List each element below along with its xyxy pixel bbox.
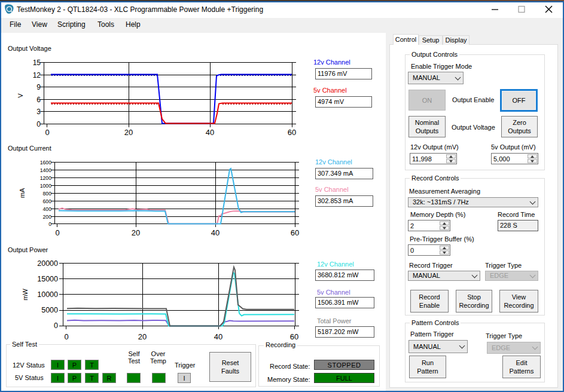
svg-text:Output Current: Output Current bbox=[8, 145, 51, 152]
svg-text:10000: 10000 bbox=[37, 290, 58, 299]
svg-text:60: 60 bbox=[290, 332, 298, 341]
svg-text:20: 20 bbox=[138, 332, 147, 341]
svg-text:0: 0 bbox=[45, 128, 49, 137]
svg-text:15: 15 bbox=[33, 59, 41, 67]
svg-text:mA: mA bbox=[19, 188, 26, 198]
svg-text:1600: 1600 bbox=[40, 160, 51, 166]
svg-text:200: 200 bbox=[43, 214, 52, 220]
svg-text:800: 800 bbox=[43, 191, 52, 197]
svg-text:12: 12 bbox=[33, 71, 41, 79]
svg-text:3: 3 bbox=[36, 108, 41, 116]
svg-text:V: V bbox=[17, 93, 24, 98]
svg-text:0: 0 bbox=[64, 332, 68, 341]
svg-text:6: 6 bbox=[36, 96, 41, 104]
svg-text:1000: 1000 bbox=[40, 183, 51, 189]
svg-text:400: 400 bbox=[43, 206, 52, 212]
svg-text:0: 0 bbox=[36, 120, 41, 128]
svg-text:1400: 1400 bbox=[40, 167, 51, 173]
svg-text:40: 40 bbox=[211, 228, 219, 237]
svg-text:5000: 5000 bbox=[41, 306, 58, 314]
svg-text:Output Power: Output Power bbox=[8, 246, 48, 253]
svg-text:600: 600 bbox=[43, 198, 52, 204]
svg-text:0: 0 bbox=[54, 321, 58, 330]
svg-text:20000: 20000 bbox=[37, 259, 58, 268]
svg-text:0: 0 bbox=[48, 221, 51, 227]
svg-text:60: 60 bbox=[288, 128, 296, 137]
svg-text:15000: 15000 bbox=[37, 275, 58, 283]
svg-text:9: 9 bbox=[36, 83, 41, 91]
svg-text:Output Voltage: Output Voltage bbox=[8, 45, 51, 52]
svg-text:40: 40 bbox=[206, 128, 214, 137]
svg-text:20: 20 bbox=[124, 128, 133, 137]
svg-text:60: 60 bbox=[291, 228, 299, 237]
svg-text:mW: mW bbox=[22, 289, 29, 301]
svg-text:1200: 1200 bbox=[40, 175, 51, 181]
svg-text:40: 40 bbox=[214, 332, 222, 341]
svg-text:20: 20 bbox=[132, 228, 140, 237]
svg-text:0: 0 bbox=[55, 228, 59, 237]
